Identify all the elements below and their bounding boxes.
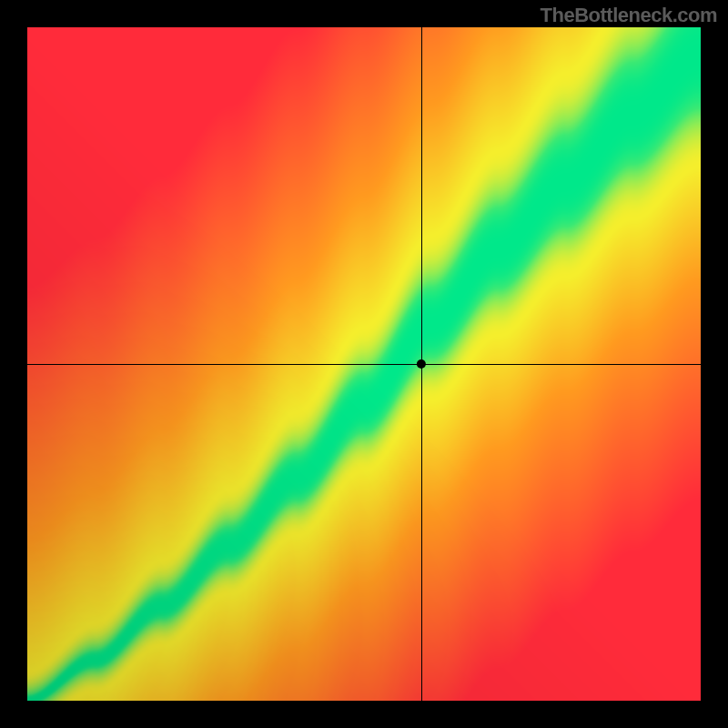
chart-container: TheBottleneck.com — [0, 0, 728, 728]
watermark-text: TheBottleneck.com — [541, 4, 717, 27]
bottleneck-heatmap — [0, 0, 728, 728]
